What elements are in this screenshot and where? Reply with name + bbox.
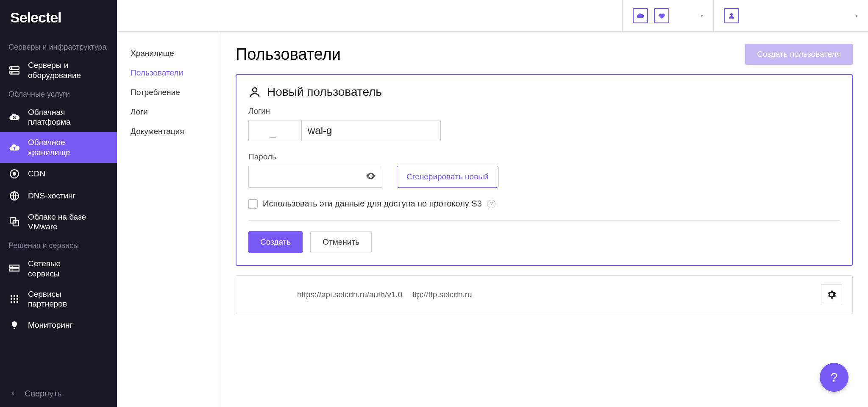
sidebar-item-network[interactable]: Сетевые сервисы xyxy=(0,254,117,284)
help-fab[interactable]: ? xyxy=(820,363,849,392)
network-icon xyxy=(8,263,20,275)
gear-icon xyxy=(826,289,837,300)
sidebar-collapse-label: Свернуть xyxy=(25,389,62,399)
sidebar: Selectel Серверы и инфраструктура Сервер… xyxy=(0,0,117,407)
sidebar-item-label: Серверы и оборудование xyxy=(28,60,108,81)
sidebar-item-label: Мониторинг xyxy=(28,320,108,330)
sidebar-item-label: CDN xyxy=(28,169,108,179)
svg-rect-20 xyxy=(11,301,12,303)
settings-button[interactable] xyxy=(821,284,842,305)
password-input[interactable] xyxy=(248,166,382,188)
header-group-account[interactable]: ▾ xyxy=(713,0,868,31)
svg-point-24 xyxy=(253,88,257,92)
card-heading: Новый пользователь xyxy=(248,85,840,99)
content: Пользователи Создать пользователя Новый … xyxy=(220,32,868,407)
sidebar-item-cdn[interactable]: CDN xyxy=(0,163,117,185)
chevron-down-icon: ▾ xyxy=(855,13,858,19)
sidebar-item-partners[interactable]: Сервисы партнеров xyxy=(0,284,117,315)
login-prefix: _ xyxy=(248,120,301,141)
svg-point-3 xyxy=(11,72,12,73)
svg-rect-11 xyxy=(10,269,19,271)
svg-point-23 xyxy=(730,13,733,16)
sidebar-section-cloud: Облачные услуги xyxy=(0,86,117,102)
sidebar-item-dns[interactable]: DNS-хостинг xyxy=(0,185,117,207)
globe-icon xyxy=(8,190,20,202)
svg-rect-16 xyxy=(17,295,18,297)
cancel-button[interactable]: Отменить xyxy=(310,231,372,253)
bulb-icon xyxy=(8,319,20,331)
endpoints-row: https://api.selcdn.ru/auth/v1.0 ftp://ft… xyxy=(236,275,853,314)
servers-icon xyxy=(8,64,20,76)
svg-rect-21 xyxy=(14,301,15,303)
card-heading-text: Новый пользователь xyxy=(267,85,382,99)
s3-checkbox[interactable] xyxy=(248,199,258,209)
subnav-item-docs[interactable]: Документация xyxy=(117,122,220,141)
svg-point-2 xyxy=(11,67,12,68)
svg-rect-17 xyxy=(11,298,12,300)
sidebar-item-cloud-storage[interactable]: Облачное хранилище xyxy=(0,132,117,163)
header-heart-button[interactable] xyxy=(654,8,669,23)
svg-rect-19 xyxy=(17,298,18,300)
sidebar-collapse[interactable]: Свернуть xyxy=(0,380,117,407)
page-title: Пользователи xyxy=(236,45,341,64)
subnav-item-storage[interactable]: Хранилище xyxy=(117,44,220,63)
svg-rect-10 xyxy=(10,265,19,267)
sidebar-item-label: Сетевые сервисы xyxy=(28,259,108,279)
sidebar-section-infra: Серверы и инфраструктура xyxy=(0,39,117,55)
chevron-down-icon: ▾ xyxy=(701,13,703,19)
password-label: Пароль xyxy=(248,152,840,162)
login-label: Логин xyxy=(248,106,840,116)
sidebar-section-solutions: Решения и сервисы xyxy=(0,237,117,254)
sidebar-item-cloud-platform[interactable]: S Облачная платформа xyxy=(0,102,117,133)
new-user-card: Новый пользователь Логин _ Пароль xyxy=(236,74,853,266)
login-input[interactable] xyxy=(301,120,441,141)
svg-rect-14 xyxy=(11,295,12,297)
svg-rect-15 xyxy=(14,295,15,297)
svg-point-6 xyxy=(13,172,16,175)
sidebar-item-label: Облако на базе VMware xyxy=(28,212,108,232)
ftp-url: ftp://ftp.selcdn.ru xyxy=(412,290,472,299)
svg-rect-22 xyxy=(17,301,18,303)
subnav-item-logs[interactable]: Логи xyxy=(117,102,220,122)
subnav-item-users[interactable]: Пользователи xyxy=(117,63,220,83)
header-user-button[interactable] xyxy=(724,8,739,23)
sidebar-item-label: Облачная платформа xyxy=(28,107,108,128)
sidebar-item-label: DNS-хостинг xyxy=(28,191,108,201)
vm-icon xyxy=(8,216,20,228)
sidebar-item-vmware[interactable]: Облако на базе VMware xyxy=(0,207,117,237)
cdn-icon xyxy=(8,168,20,180)
s3-checkbox-label: Использовать эти данные для доступа по п… xyxy=(263,199,482,209)
generate-password-button[interactable]: Сгенерировать новый xyxy=(397,166,498,188)
header-cloud-button[interactable] xyxy=(633,8,648,23)
subnav-item-consumption[interactable]: Потребление xyxy=(117,83,220,102)
submit-button[interactable]: Создать xyxy=(248,231,303,253)
sidebar-item-monitoring[interactable]: Мониторинг xyxy=(0,314,117,336)
help-icon[interactable]: ? xyxy=(487,200,495,208)
user-icon xyxy=(248,86,261,98)
eye-icon[interactable] xyxy=(365,170,376,183)
create-user-button[interactable]: Создать пользователя xyxy=(745,44,853,65)
subnav: Хранилище Пользователи Потребление Логи … xyxy=(117,32,220,407)
sidebar-item-label: Облачное хранилище xyxy=(28,137,108,158)
brand-logo: Selectel xyxy=(0,0,117,39)
api-url: https://api.selcdn.ru/auth/v1.0 xyxy=(297,290,402,299)
sidebar-item-servers[interactable]: Серверы и оборудование xyxy=(0,55,117,86)
svg-text:S: S xyxy=(13,115,16,120)
chevron-left-icon xyxy=(10,389,16,399)
sidebar-item-label: Сервисы партнеров xyxy=(28,289,108,309)
cloud-upload-icon xyxy=(8,142,20,153)
header-group-services[interactable]: ▾ xyxy=(622,0,713,31)
cloud-s-icon: S xyxy=(8,111,20,123)
grid-icon xyxy=(8,293,20,305)
svg-rect-18 xyxy=(14,298,15,300)
svg-point-25 xyxy=(370,175,372,177)
header: ▾ ▾ xyxy=(117,0,868,32)
